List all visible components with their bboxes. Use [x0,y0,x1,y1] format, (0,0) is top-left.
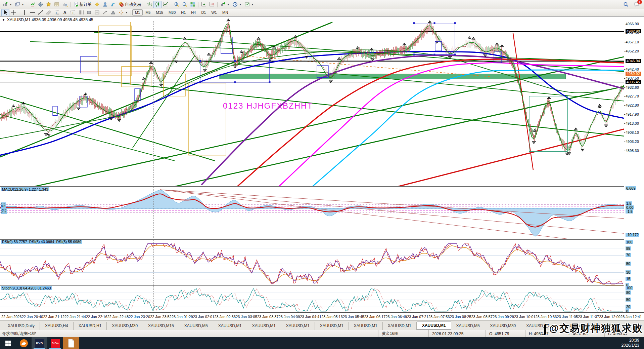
time-label: 23 Jan 04:09 [279,315,300,319]
time-axis[interactable]: 22 Jan 202622 Jan 20:4022 Jan 21:1222 Ja… [0,312,644,321]
cursor-button[interactable] [1,9,9,16]
profiles-button[interactable]: ▼ [13,1,26,8]
timeframe-m5-button[interactable]: M5 [143,9,153,15]
tile-windows-button[interactable] [189,1,197,8]
strategy-tester-button[interactable] [61,1,69,8]
rsi-pane[interactable] [0,239,624,285]
new-chart-button[interactable]: ▼ [1,1,13,8]
cycle-lines-button[interactable] [77,9,85,16]
tab-scroll-arrow-icon[interactable]: ▸ [640,323,642,327]
zoom-out-button[interactable] [181,1,189,8]
status-cell: 2026.01.23 09:25 [428,330,486,337]
data-window-button[interactable] [37,1,45,8]
triangle-button[interactable] [109,9,117,16]
stoch-axis-label: 20 [626,305,631,309]
fxpro-icon: FxPro [51,339,60,348]
dropdown-arrow-icon[interactable]: ▼ [21,3,24,6]
chart-tab[interactable]: XAUUSD,M1 [383,322,417,330]
dropdown-arrow-icon[interactable]: ▼ [9,3,12,6]
chart-tab[interactable]: XAUUSD,M30 [107,322,143,330]
rsi-axis-label: 85 [626,246,631,250]
line-chart-button[interactable] [162,1,170,8]
chart-shift-button[interactable] [208,1,216,8]
chart-tab-active[interactable]: XAUUSD,M1 [417,321,451,330]
indicators-button[interactable]: ▼ [219,1,231,8]
price-axis[interactable]: 4966.904962.004957.104952.204942.404937.… [624,16,644,312]
chart-tab[interactable]: XAUUSD,M30 [485,322,521,330]
search-button[interactable] [622,1,630,8]
taskbar-document-app[interactable] [63,337,79,349]
chart-tab[interactable]: XAUUSD,M1 [555,322,589,330]
terminal-button[interactable] [53,1,61,8]
crosshair-button[interactable] [9,9,17,16]
price-label: 4927.70 [626,94,639,98]
dropdown-arrow-icon[interactable]: ▼ [125,11,128,14]
timeframe-h4-button[interactable]: H4 [188,9,198,15]
chart-tab[interactable]: XAUUSD,H1 [74,322,107,330]
chart-tab[interactable]: XAUUSD,Daily [3,322,40,330]
signals-button[interactable] [109,1,117,8]
chart-tab[interactable]: XAUUSD,M15 [143,322,179,330]
navigator-button[interactable] [45,1,53,8]
candlestick-button[interactable] [153,1,162,8]
horizontal-line-button[interactable] [29,9,37,16]
timeframe-mn-button[interactable]: MN [220,9,231,15]
stoch-pane[interactable] [0,285,624,312]
chart-title-text: XAUUSD,M1 4936.09 4936.09 4935.45 4935.4… [7,17,93,22]
collapse-triangle-icon[interactable]: ▼ [2,18,5,22]
chart-tab[interactable]: XAUUSD,M1 [213,322,247,330]
taskbar-browser-app[interactable] [16,337,32,349]
chart-tab[interactable]: XAUUSD,M1 [349,322,383,330]
chart-tab[interactable]: XAUUSD,M5 [179,322,213,330]
text-button[interactable]: A [61,9,69,16]
chart-tab[interactable]: XAUUSD,M5 [451,322,485,330]
market-watch-button[interactable] [29,1,37,8]
taskbar-clock[interactable]: 20:39 2026/1/23 [622,337,644,349]
channel-button[interactable] [45,9,53,16]
text-label-button[interactable]: T [69,9,77,16]
vertical-line-button[interactable] [20,9,29,16]
timeframe-m30-button[interactable]: M30 [166,9,178,15]
macd-axis-label: 1.5 [626,201,632,205]
chart-tab[interactable]: XAUUSD,M1 [247,322,281,330]
autotrading-button[interactable]: 自动交易 [117,1,142,8]
periods-button[interactable]: ▼ [231,1,243,8]
taskbar-fxpro-app[interactable]: FxPro [47,337,63,349]
auto-scroll-button[interactable] [200,1,208,8]
community-button[interactable] [101,1,109,8]
ellipse-pattern-button[interactable] [93,9,101,16]
arrows-button[interactable]: ▼ [117,9,129,16]
chart-tab[interactable]: XAUUSD,H4 [40,322,74,330]
bar-chart-button[interactable] [145,1,153,8]
templates-button[interactable]: ▼ [243,1,255,8]
timeframe-w1-button[interactable]: W1 [209,9,220,15]
chat-button[interactable]: 1 [633,1,641,8]
status-help-text: 寻求帮助,请按F1键 [0,331,378,337]
zoom-in-button[interactable] [173,1,181,8]
text-label-icon: T [70,10,76,15]
arrow-line-button[interactable] [101,9,109,16]
timeframe-h1-button[interactable]: H1 [178,9,188,15]
taskbar-kvb-app[interactable]: KVB [32,337,47,349]
metaeditor-button[interactable] [93,1,101,8]
chart-tab[interactable]: XAUUSD,M1 [315,322,349,330]
rectangle-button[interactable] [85,9,93,16]
arrow-line-icon [102,10,108,15]
time-label: 23 Jan 02:01 [193,315,215,319]
taskbar-start-button[interactable] [0,337,16,349]
macd-pane[interactable]: 1.50.8-0.8-1.5 [0,186,624,239]
time-label: 22 Jan 21:44 [64,315,86,319]
trendline-button[interactable] [37,9,45,16]
new-order-button[interactable]: 新订单 [72,1,93,8]
dropdown-arrow-icon[interactable]: ▼ [227,3,230,6]
chart-tab[interactable]: XAUUSD,M1 [281,322,315,330]
dropdown-arrow-icon[interactable]: ▼ [239,3,242,6]
timeframe-d1-button[interactable]: D1 [198,9,209,15]
dropdown-arrow-icon[interactable]: ▼ [251,3,254,6]
timeframe-m15-button[interactable]: M15 [153,9,166,15]
chart-tab[interactable]: XAUUSD,M15 [589,322,625,330]
timeframe-m1-button[interactable]: M1 [132,9,143,15]
fibonacci-button[interactable]: F [53,9,61,16]
chart-window[interactable]: ▼XAUUSD,M1 4936.09 4936.09 4935.45 4935.… [0,16,644,320]
chart-tab[interactable]: XAUUSD,M1 [521,322,555,330]
